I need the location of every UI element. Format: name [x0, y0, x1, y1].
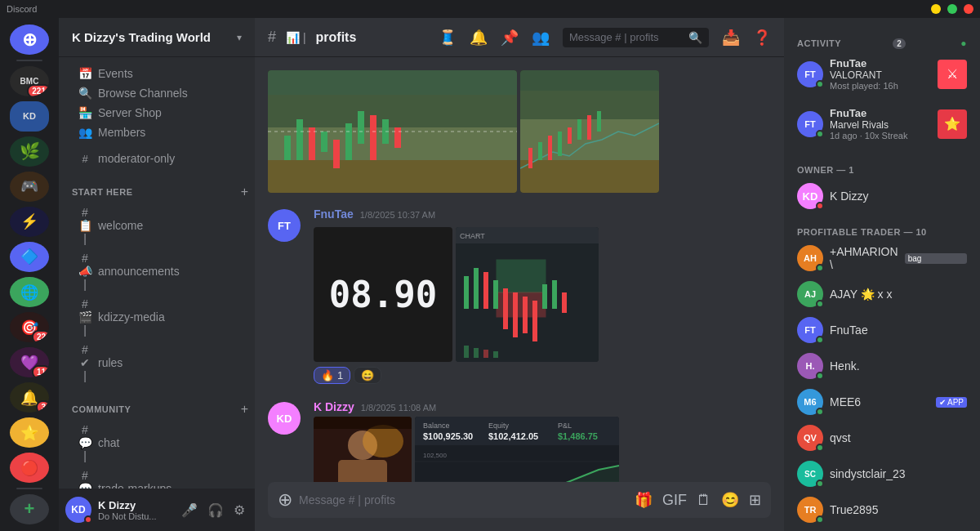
member-name: K Dizzy: [830, 190, 967, 203]
message-author: FnuTae: [314, 207, 354, 221]
sidebar-item-label: Members: [98, 126, 242, 139]
user-footer: KD K Dizzy Do Not Distu... 🎤 🎧 ⚙: [59, 489, 255, 531]
member-item-sindystclair[interactable]: SC sindystclair_23: [791, 456, 973, 492]
server-icon-10[interactable]: 🔔 3: [10, 382, 49, 413]
sidebar-item-announcements[interactable]: # 📣 | announcements: [65, 248, 248, 294]
activity-item-marvel[interactable]: FT FnuTae Marvel Rivals 1d ago · 10x Str…: [791, 102, 973, 145]
server-icon-kdizzy[interactable]: KD: [10, 101, 49, 132]
threads-icon[interactable]: 🧵: [439, 29, 457, 47]
message-avatar: FT: [268, 209, 301, 242]
minimize-button[interactable]: [931, 4, 941, 14]
hash-icon: # 💬 |: [78, 423, 91, 462]
message-images: 08.90 CHART: [314, 227, 771, 362]
headphone-icon[interactable]: 🎧: [204, 499, 227, 521]
member-item-kdizzy[interactable]: KD K Dizzy: [791, 178, 973, 214]
sidebar-item-trade-markups[interactable]: # 💬 | trade-markups: [65, 466, 248, 489]
chart-svg-2: [520, 70, 659, 193]
sidebar-item-events[interactable]: 📅 Events: [65, 64, 248, 83]
server-icon-3[interactable]: 🌿: [10, 136, 49, 167]
sidebar-item-chat[interactable]: # 💬 | chat: [65, 420, 248, 466]
server-icon-7[interactable]: 🌐: [10, 277, 49, 307]
sidebar-item-kdizzy-media[interactable]: # 🎬 | kdizzy-media: [65, 294, 248, 340]
members-icon[interactable]: 👥: [532, 29, 550, 47]
server-badge: 3: [36, 400, 49, 413]
member-item-txpnv[interactable]: TX txpnv: [791, 528, 973, 531]
server-icon-label: 🔴: [20, 459, 38, 477]
server-icon-6[interactable]: 🔷: [10, 242, 49, 272]
gif-icon[interactable]: GIF: [662, 492, 687, 509]
server-icon-9[interactable]: 💜 11: [10, 347, 49, 377]
section-add-icon[interactable]: +: [241, 185, 248, 199]
server-icon-8[interactable]: 🎯 22: [10, 312, 49, 342]
member-avatar: AH: [797, 245, 823, 271]
gift-icon[interactable]: 🎁: [635, 491, 653, 509]
sidebar-item-members[interactable]: 👥 Members: [65, 123, 248, 142]
add-attachment-icon[interactable]: ⊕: [278, 489, 292, 511]
section-start-here: START HERE + # 📋 | welcome # 📣 | announc…: [59, 181, 255, 386]
section-add-icon[interactable]: +: [241, 402, 248, 417]
svg-rect-40: [503, 288, 508, 329]
messages-area: FT FnuTae 1/8/2025 10:37 AM 08.90: [255, 57, 784, 482]
activity-item-valorant[interactable]: FT FnuTae VALORANT Most played: 16h ⚔: [791, 52, 973, 96]
notifications-icon[interactable]: 🔔: [470, 29, 488, 47]
activity-dot: ●: [960, 38, 967, 49]
member-item-true2895[interactable]: TR True2895: [791, 492, 973, 528]
add-server-icon: +: [24, 498, 35, 520]
server-icon-label: ⚡: [20, 212, 38, 230]
inbox-icon[interactable]: 📥: [722, 29, 740, 47]
discord-logo-icon: ⊕: [22, 29, 37, 51]
server-header[interactable]: K Dizzy's Trading World ▾: [59, 18, 255, 57]
sidebar-item-server-shop[interactable]: 🏪 Server Shop: [65, 103, 248, 123]
member-name: FnuTae: [830, 324, 967, 337]
server-icon-bmc[interactable]: BMC 221: [10, 66, 49, 96]
emoji-icon[interactable]: 😊: [721, 491, 739, 509]
sidebar-item-welcome[interactable]: # 📋 | welcome: [65, 203, 248, 248]
footer-status: Do Not Distu...: [98, 511, 172, 521]
status-indicator: [84, 515, 92, 524]
sidebar-item-label: rules: [98, 356, 242, 369]
pin-icon[interactable]: 📌: [501, 29, 519, 47]
server-icon-4[interactable]: 🎮: [10, 172, 49, 202]
section-header-community[interactable]: COMMUNITY +: [59, 399, 255, 420]
server-icon-label: 🎮: [20, 177, 38, 195]
member-item-henk[interactable]: H. Henk.: [791, 348, 973, 384]
server-badge: 11: [32, 365, 49, 377]
section-header-start-here[interactable]: START HERE +: [59, 181, 255, 203]
server-icon-add[interactable]: +: [10, 494, 49, 524]
hash-icon: #: [78, 153, 91, 165]
apps-icon[interactable]: ⊞: [749, 491, 761, 509]
sticker-icon[interactable]: 🗒: [697, 492, 711, 509]
message-header-2: K Dizzy 1/8/2025 11:08 AM: [314, 400, 771, 413]
server-icon-discord-home[interactable]: ⊕: [10, 25, 49, 55]
server-icon-b[interactable]: 🔴: [10, 453, 49, 483]
help-icon[interactable]: ❓: [753, 29, 771, 47]
svg-rect-28: [587, 115, 591, 140]
member-item-ahmarion[interactable]: AH +AHMARION \ bag: [791, 240, 973, 276]
server-icon-a[interactable]: ⭐: [10, 417, 49, 448]
activity-detail-2: 1d ago · 10x Streak: [830, 131, 907, 141]
microphone-icon[interactable]: 🎤: [178, 499, 201, 521]
search-container[interactable]: 🔍: [563, 28, 709, 47]
activity-game-name: VALORANT: [830, 69, 898, 81]
sidebar-item-label: welcome: [98, 219, 242, 232]
settings-icon[interactable]: ⚙: [230, 499, 248, 521]
member-item-qvst[interactable]: QV qvst: [791, 420, 973, 456]
message-input[interactable]: [299, 484, 628, 515]
fire-reaction[interactable]: 🔥 1: [314, 367, 350, 384]
main-content: # 📊 | profits 🧵 🔔 📌 👥 🔍 📥 ❓: [255, 18, 784, 531]
sidebar-item-browse-channels[interactable]: 🔍 Browse Channels: [65, 83, 248, 103]
member-name: AJAY 🌟 x x: [830, 288, 967, 301]
close-button[interactable]: [964, 4, 973, 14]
sidebar-item-rules[interactable]: # ✔ | rules: [65, 340, 248, 386]
search-input[interactable]: [569, 31, 684, 43]
member-avatar: M6: [797, 389, 823, 415]
smile-reaction[interactable]: 😄: [354, 367, 381, 384]
server-icon-5[interactable]: ⚡: [10, 207, 49, 237]
message-timestamp: 1/8/2025 10:37 AM: [360, 210, 435, 220]
sidebar-item-moderator-only[interactable]: # moderator-only: [65, 149, 248, 168]
maximize-button[interactable]: [947, 4, 957, 14]
member-item-mee6[interactable]: M6 MEE6 ✔ APP: [791, 384, 973, 420]
svg-text:P&L: P&L: [558, 422, 572, 430]
member-item-fnutae[interactable]: FT FnuTae: [791, 312, 973, 348]
member-item-ajay[interactable]: AJ AJAY 🌟 x x: [791, 276, 973, 312]
